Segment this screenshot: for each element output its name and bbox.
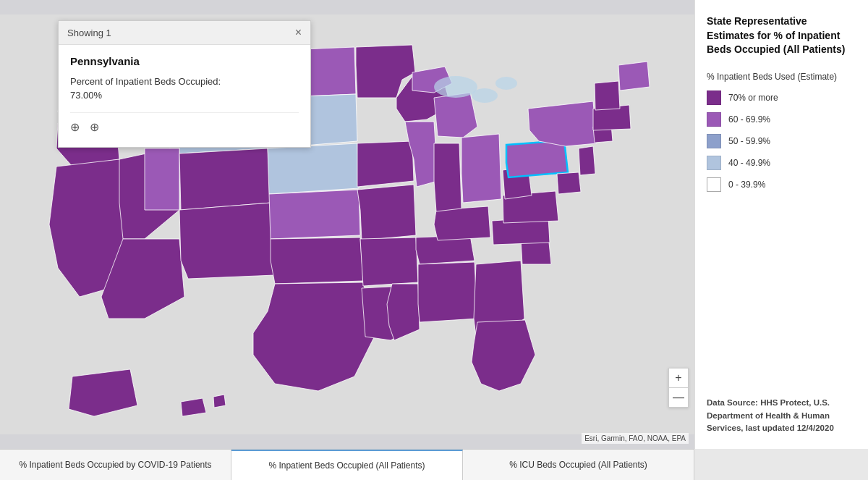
move-icon[interactable]: ⊕: [70, 120, 80, 134]
svg-marker-31: [434, 93, 477, 138]
legend-items: 70% or more60 - 69.9%50 - 59.9%40 - 49.9…: [707, 90, 856, 199]
legend-label: 40 - 49.9%: [728, 158, 770, 168]
legend-label: 60 - 69.9%: [728, 114, 770, 125]
svg-marker-16: [269, 190, 360, 239]
popup-showing-label: Showing 1: [67, 28, 111, 38]
bottom-tabs: % Inpatient Beds Occupied by COVID-19 Pa…: [0, 449, 694, 480]
attribution: Esri, Garmin, FAO, NOAA, EPA: [582, 433, 689, 444]
legend-item: 40 - 49.9%: [707, 156, 856, 170]
popup-header: Showing 1 ×: [59, 21, 310, 45]
legend-item: 70% or more: [707, 90, 856, 105]
svg-marker-28: [418, 262, 477, 322]
popup-state-name: Pennsylvania: [70, 55, 299, 67]
legend-label: 70% or more: [728, 93, 778, 103]
popup-stat-label: Percent of Inpatient Beds Occupied:: [70, 76, 299, 87]
zoom-to-icon[interactable]: ⊕: [90, 120, 99, 134]
svg-marker-11: [179, 148, 271, 210]
legend-swatch: [707, 90, 721, 105]
svg-marker-26: [387, 284, 420, 340]
svg-marker-22: [360, 237, 418, 286]
svg-marker-41: [528, 101, 597, 146]
right-panel: State Representative Estimates for % of …: [694, 0, 868, 449]
svg-marker-43: [579, 146, 595, 175]
svg-marker-29: [434, 206, 490, 240]
popup: Showing 1 × Pennsylvania Percent of Inpa…: [58, 20, 311, 148]
svg-marker-30: [434, 143, 461, 211]
legend-swatch: [707, 177, 721, 192]
legend-item: 60 - 69.9%: [707, 112, 856, 127]
legend-label: 50 - 59.9%: [728, 136, 770, 146]
zoom-out-button[interactable]: —: [669, 388, 688, 407]
svg-marker-53: [213, 395, 226, 408]
data-source-label: Data Source:: [707, 398, 758, 407]
svg-marker-42: [557, 172, 581, 194]
popup-close-button[interactable]: ×: [295, 27, 302, 38]
legend-swatch: [707, 112, 721, 127]
svg-marker-46: [595, 81, 620, 110]
legend-swatch: [707, 134, 721, 148]
svg-marker-9: [145, 148, 179, 210]
zoom-in-button[interactable]: +: [669, 369, 688, 387]
tab[interactable]: % Inpatient Beds Occupied (All Patients): [231, 450, 463, 480]
svg-marker-20: [357, 141, 414, 187]
legend-subtitle: % Inpatient Beds Used (Estimate): [707, 72, 856, 82]
legend-title: State Representative Estimates for % of …: [707, 14, 856, 57]
svg-point-50: [495, 77, 517, 90]
svg-marker-33: [461, 134, 501, 203]
svg-marker-21: [357, 185, 416, 240]
data-source: Data Source: HHS Protect, U.S. Departmen…: [707, 397, 856, 434]
svg-marker-12: [179, 203, 275, 279]
svg-marker-15: [268, 143, 359, 194]
svg-point-49: [472, 88, 498, 103]
tab[interactable]: % Inpatient Beds Occupied by COVID-19 Pa…: [0, 450, 231, 480]
legend-swatch: [707, 156, 721, 170]
svg-marker-40: [506, 140, 568, 177]
legend-label: 0 - 39.9%: [728, 180, 765, 190]
popup-body: Pennsylvania Percent of Inpatient Beds O…: [59, 45, 310, 147]
legend-item: 50 - 59.9%: [707, 134, 856, 148]
svg-point-48: [434, 76, 477, 98]
svg-marker-47: [618, 62, 650, 90]
legend-item: 0 - 39.9%: [707, 177, 856, 192]
svg-marker-17: [271, 237, 363, 284]
popup-stat-value: 73.00%: [70, 90, 299, 101]
popup-icons: ⊕ ⊕: [70, 112, 299, 137]
zoom-controls: + —: [668, 368, 689, 408]
tab[interactable]: % ICU Beds Occupied (All Patients): [463, 450, 694, 480]
